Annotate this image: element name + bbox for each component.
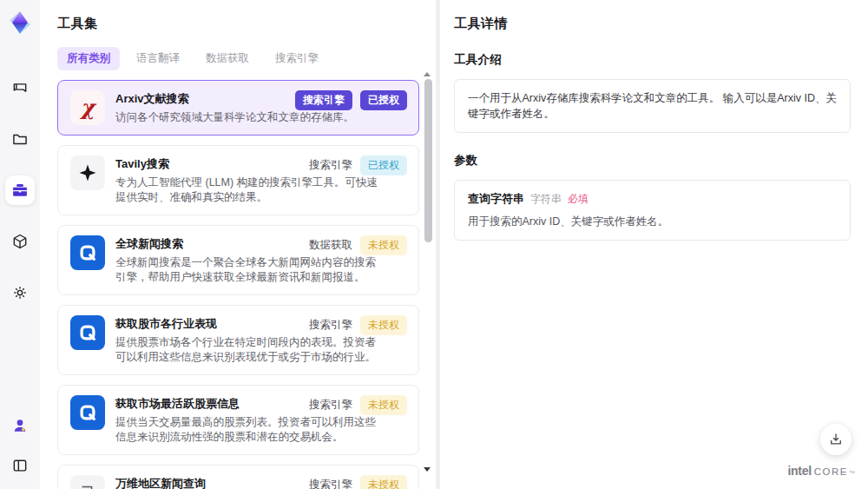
sidebar-item-chat[interactable] bbox=[5, 73, 35, 102]
package-icon bbox=[11, 233, 29, 250]
briefcase-icon bbox=[11, 182, 29, 199]
tool-description: 访问各个研究领域大量科学论文和文章的存储库。 bbox=[115, 110, 354, 125]
tool-card-regional-news[interactable]: 万维地区新闻查询 查询具体行政区划内的新闻，快速了解各地新闻动 搜索引擎 未授权 bbox=[57, 465, 419, 489]
tool-detail-panel: 工具详情 工具介绍 一个用于从Arxiv存储库搜索科学论文和文章的工具。 输入可… bbox=[440, 0, 868, 489]
category-label: 搜索引擎 bbox=[309, 318, 352, 333]
tool-description: 提供股票市场各个行业在特定时间段内的表现。投资者可以利用这些信息来识别表现优于或… bbox=[115, 335, 381, 365]
tool-card-most-active-stocks[interactable]: 获取市场最活跃股票信息 提供当天交易量最高的股票列表。投资者可以利用这些信息来识… bbox=[57, 385, 419, 455]
sidebar-item-settings[interactable] bbox=[5, 278, 35, 307]
auth-status-badge: 已授权 bbox=[360, 155, 407, 175]
user-profile-button[interactable] bbox=[5, 411, 35, 440]
category-label: 搜索引擎 bbox=[309, 158, 352, 173]
intel-core-logo: intel CORE ™ bbox=[787, 464, 855, 478]
download-button[interactable] bbox=[820, 424, 852, 455]
parameter-description: 用于搜索的Arxiv ID、关键字或作者姓名。 bbox=[468, 215, 837, 229]
tool-card-sector-performance[interactable]: 获取股市各行业表现 提供股票市场各个行业在特定时间段内的表现。投资者可以利用这些… bbox=[57, 305, 419, 375]
panel-toggle-button[interactable] bbox=[5, 451, 35, 480]
scrollbar-thumb[interactable] bbox=[424, 79, 432, 242]
brand-intel-text: intel bbox=[787, 464, 811, 478]
category-tabs: 所有类别 语言翻译 数据获取 搜索引擎 bbox=[57, 47, 436, 70]
tool-title: 获取市场最活跃股票信息 bbox=[115, 396, 289, 412]
tab-all-categories[interactable]: 所有类别 bbox=[57, 47, 120, 70]
brand-core-text: CORE bbox=[814, 466, 848, 477]
panel-toggle-icon bbox=[11, 457, 29, 474]
download-icon bbox=[828, 432, 844, 447]
news-search-q-icon bbox=[70, 235, 105, 270]
app-window: 工具集 所有类别 语言翻译 数据获取 搜索引擎 χ Arxiv文献搜索 访问各个… bbox=[0, 0, 868, 489]
auth-status-badge: 未授权 bbox=[360, 315, 407, 335]
category-badge: 搜索引擎 bbox=[295, 90, 352, 110]
tool-description: 全球新闻搜索是一个聚合全球各大新闻网站内容的搜索引擎，帮助用户快速获取全球最新资… bbox=[115, 255, 381, 285]
user-avatar-icon bbox=[11, 417, 29, 434]
tab-data-acquisition[interactable]: 数据获取 bbox=[196, 47, 259, 70]
sidebar-bottom bbox=[5, 411, 35, 480]
auth-status-badge: 未授权 bbox=[360, 395, 407, 415]
brand-trademark: ™ bbox=[849, 470, 855, 476]
tool-title: 获取股市各行业表现 bbox=[115, 316, 289, 332]
arxiv-logo-icon: χ bbox=[70, 90, 105, 125]
tool-list: χ Arxiv文献搜索 访问各个研究领域大量科学论文和文章的存储库。 搜索引擎 … bbox=[57, 80, 419, 489]
scrollbar-up-arrow-icon[interactable] bbox=[424, 72, 431, 76]
parameter-required-flag: 必填 bbox=[568, 192, 589, 207]
newspaper-icon bbox=[70, 475, 105, 489]
intro-text: 一个用于从Arxiv存储库搜索科学论文和文章的工具。 输入可以是Arxiv ID… bbox=[468, 90, 837, 122]
gear-icon bbox=[11, 284, 29, 301]
tavily-star-icon bbox=[70, 155, 105, 190]
tab-language-translation[interactable]: 语言翻译 bbox=[127, 47, 189, 70]
params-heading: 参数 bbox=[454, 153, 851, 169]
tool-list-panel: 工具集 所有类别 语言翻译 数据获取 搜索引擎 χ Arxiv文献搜索 访问各个… bbox=[40, 0, 436, 489]
category-label: 搜索引擎 bbox=[309, 478, 352, 489]
tool-card-global-news-search[interactable]: 全球新闻搜索 全球新闻搜索是一个聚合全球各大新闻网站内容的搜索引擎，帮助用户快速… bbox=[57, 225, 419, 295]
sidebar-item-files[interactable] bbox=[5, 124, 35, 154]
parameter-box: 查询字符串 字符串 必填 用于搜索的Arxiv ID、关键字或作者姓名。 bbox=[454, 180, 851, 241]
intro-box: 一个用于从Arxiv存储库搜索科学论文和文章的工具。 输入可以是Arxiv ID… bbox=[454, 79, 851, 133]
sidebar bbox=[0, 0, 40, 489]
tool-description: 提供当天交易量最高的股票列表。投资者可以利用这些信息来识别流动性强的股票和潜在的… bbox=[115, 415, 381, 445]
tool-description: 专为人工智能代理 (LLM) 构建的搜索引擎工具。可快速提供实时、准确和真实的结… bbox=[115, 175, 381, 205]
category-label: 数据获取 bbox=[309, 238, 352, 253]
tab-search-engine[interactable]: 搜索引擎 bbox=[266, 47, 328, 70]
sidebar-item-packages[interactable] bbox=[5, 227, 35, 256]
scrollbar-down-arrow-icon[interactable] bbox=[424, 467, 431, 472]
news-search-q-icon bbox=[70, 315, 105, 350]
tool-title: Arxiv文献搜索 bbox=[115, 91, 289, 107]
intro-heading: 工具介绍 bbox=[454, 52, 851, 68]
category-label: 搜索引擎 bbox=[309, 398, 352, 413]
sidebar-item-tools[interactable] bbox=[5, 175, 35, 205]
news-search-q-icon bbox=[70, 395, 105, 430]
parameter-type: 字符串 bbox=[530, 192, 562, 207]
tool-title: 全球新闻搜索 bbox=[115, 236, 289, 252]
parameter-name: 查询字符串 bbox=[468, 191, 524, 207]
app-logo gem-logo bbox=[6, 9, 34, 36]
page-title: 工具集 bbox=[57, 16, 436, 32]
tool-title: 万维地区新闻查询 bbox=[115, 476, 289, 489]
auth-status-badge: 未授权 bbox=[360, 475, 407, 489]
detail-title: 工具详情 bbox=[454, 16, 851, 32]
sidebar-nav bbox=[5, 73, 35, 307]
chat-icon bbox=[11, 79, 29, 96]
auth-status-badge: 已授权 bbox=[360, 90, 407, 110]
tool-card-arxiv[interactable]: χ Arxiv文献搜索 访问各个研究领域大量科学论文和文章的存储库。 搜索引擎 … bbox=[57, 80, 419, 135]
auth-status-badge: 未授权 bbox=[360, 235, 407, 255]
tool-title: Tavily搜索 bbox=[115, 156, 289, 172]
tool-card-tavily[interactable]: Tavily搜索 专为人工智能代理 (LLM) 构建的搜索引擎工具。可快速提供实… bbox=[57, 145, 419, 215]
folder-icon bbox=[11, 130, 29, 148]
